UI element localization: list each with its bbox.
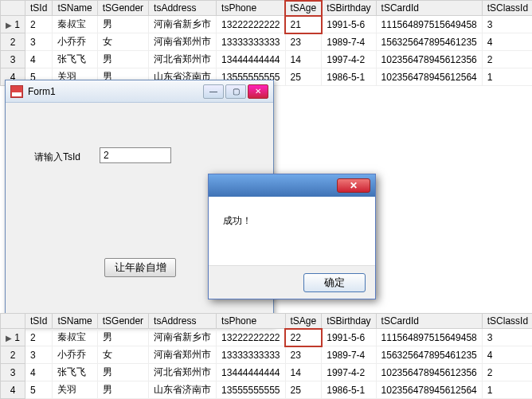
cell[interactable]: 1986-5-1 (322, 381, 376, 399)
cell[interactable]: 2 (25, 329, 53, 346)
cell[interactable]: 13333333333 (217, 33, 285, 51)
cell[interactable]: 3 (25, 346, 53, 364)
column-header[interactable]: tSName (53, 314, 97, 329)
cell[interactable]: 1989-7-4 (322, 33, 376, 51)
increment-age-button[interactable]: 让年龄自增 (104, 258, 176, 277)
cell[interactable]: 111564897515649458 (376, 16, 482, 33)
column-header[interactable]: tSAge (285, 314, 322, 329)
cell[interactable]: 关羽 (53, 381, 97, 399)
column-header[interactable]: tsAddress (149, 314, 217, 329)
message-ok-button[interactable]: 确定 (303, 273, 366, 292)
cell[interactable]: 1989-7-4 (322, 346, 376, 364)
cell[interactable]: 111564897515649458 (376, 329, 482, 346)
cell[interactable]: 21 (285, 16, 322, 33)
column-header[interactable]: tSId (25, 1, 53, 16)
cell[interactable]: 2 (482, 364, 532, 381)
table-row[interactable]: ▶ 12秦叔宝男河南省新乡市13222222222211991-5-611156… (1, 16, 533, 33)
cell[interactable]: 1997-4-2 (322, 364, 376, 381)
form1-titlebar[interactable]: Form1 — ▢ ✕ (6, 80, 273, 103)
cell[interactable]: 25 (285, 68, 322, 86)
cell[interactable]: 5 (25, 381, 53, 399)
cell[interactable]: 河北省郑州市 (149, 364, 217, 381)
cell[interactable]: 小乔乔 (53, 33, 97, 51)
table-row[interactable]: 34张飞飞男河北省郑州市13444444444141997-4-21023564… (1, 51, 533, 68)
cell[interactable]: 1991-5-6 (322, 329, 376, 346)
cell[interactable]: 13333333333 (217, 346, 285, 364)
column-header[interactable]: tSCardId (376, 1, 482, 16)
cell[interactable]: 2 (482, 51, 532, 68)
cell[interactable]: 13444444444 (217, 51, 285, 68)
cell[interactable]: 23 (285, 346, 322, 364)
cell[interactable]: 秦叔宝 (53, 329, 97, 346)
cell[interactable]: 1 (482, 68, 532, 86)
cell[interactable]: 河北省郑州市 (149, 51, 217, 68)
close-button[interactable]: ✕ (248, 84, 268, 99)
cell[interactable]: 女 (97, 346, 148, 364)
cell[interactable]: 1 (482, 381, 532, 399)
cell[interactable]: 4 (482, 346, 532, 364)
cell[interactable]: 1986-5-1 (322, 68, 376, 86)
cell[interactable]: 3 (25, 33, 53, 51)
column-header[interactable]: tSClassId (482, 314, 532, 329)
tsid-input[interactable] (100, 147, 171, 163)
cell[interactable]: 14 (285, 51, 322, 68)
cell[interactable]: 4 (482, 33, 532, 51)
column-header[interactable]: tSBirthday (322, 1, 376, 16)
cell[interactable]: 张飞飞 (53, 51, 97, 68)
cell[interactable]: 14 (285, 364, 322, 381)
cell[interactable]: 1997-4-2 (322, 51, 376, 68)
cell[interactable]: 河南省新乡市 (149, 329, 217, 346)
table-row[interactable]: 34张飞飞男河北省郑州市13444444444141997-4-21023564… (1, 364, 533, 381)
grid-before[interactable]: tSIdtSNametSGendertsAddresstsPhonetSAget… (0, 0, 532, 86)
cell[interactable]: 河南省郑州市 (149, 346, 217, 364)
message-close-button[interactable]: ✕ (337, 178, 370, 193)
table-row[interactable]: 45关羽男山东省济南市13555555555251986-5-110235647… (1, 381, 533, 399)
cell[interactable]: 小乔乔 (53, 346, 97, 364)
minimize-button[interactable]: — (203, 84, 224, 99)
grid-after[interactable]: tSIdtSNametSGendertsAddresstsPhonetSAget… (0, 313, 532, 399)
column-header[interactable]: tSId (25, 314, 53, 329)
cell[interactable]: 102356478945612356 (376, 51, 482, 68)
cell[interactable]: 男 (97, 51, 148, 68)
cell[interactable]: 3 (482, 16, 532, 33)
cell[interactable]: 男 (97, 329, 148, 346)
column-header[interactable]: tsPhone (217, 1, 285, 16)
message-titlebar[interactable]: ✕ (209, 174, 375, 197)
column-header[interactable]: tSName (53, 1, 97, 16)
cell[interactable]: 102356478945612564 (376, 68, 482, 86)
column-header[interactable]: tSGender (97, 1, 148, 16)
cell[interactable]: 张飞飞 (53, 364, 97, 381)
cell[interactable]: 男 (97, 381, 148, 399)
cell[interactable]: 男 (97, 16, 148, 33)
cell[interactable]: 102356478945612356 (376, 364, 482, 381)
cell[interactable]: 1991-5-6 (322, 16, 376, 33)
table-row[interactable]: ▶ 12秦叔宝男河南省新乡市13222222222221991-5-611156… (1, 329, 533, 346)
cell[interactable]: 13555555555 (217, 381, 285, 399)
cell[interactable]: 4 (25, 364, 53, 381)
cell[interactable]: 山东省济南市 (149, 381, 217, 399)
table-row[interactable]: 23小乔乔女河南省郑州市13333333333231989-7-41563256… (1, 33, 533, 51)
cell[interactable]: 156325647895461235 (376, 33, 482, 51)
cell[interactable]: 秦叔宝 (53, 16, 97, 33)
cell[interactable]: 女 (97, 33, 148, 51)
cell[interactable]: 22 (285, 329, 322, 346)
cell[interactable]: 3 (482, 329, 532, 346)
cell[interactable]: 河南省新乡市 (149, 16, 217, 33)
table-row[interactable]: 23小乔乔女河南省郑州市13333333333231989-7-41563256… (1, 346, 533, 364)
cell[interactable]: 25 (285, 381, 322, 399)
column-header[interactable]: tsAddress (149, 1, 217, 16)
column-header[interactable]: tSBirthday (322, 314, 376, 329)
column-header[interactable]: tSGender (97, 314, 148, 329)
column-header[interactable]: tSAge (285, 1, 322, 16)
column-header[interactable]: tsPhone (217, 314, 285, 329)
cell[interactable]: 4 (25, 51, 53, 68)
cell[interactable]: 13222222222 (217, 16, 285, 33)
cell[interactable]: 男 (97, 364, 148, 381)
maximize-button[interactable]: ▢ (225, 84, 246, 99)
cell[interactable]: 2 (25, 16, 53, 33)
column-header[interactable]: tSClassId (482, 1, 532, 16)
cell[interactable]: 河南省郑州市 (149, 33, 217, 51)
column-header[interactable]: tSCardId (376, 314, 482, 329)
cell[interactable]: 13444444444 (217, 364, 285, 381)
cell[interactable]: 23 (285, 33, 322, 51)
